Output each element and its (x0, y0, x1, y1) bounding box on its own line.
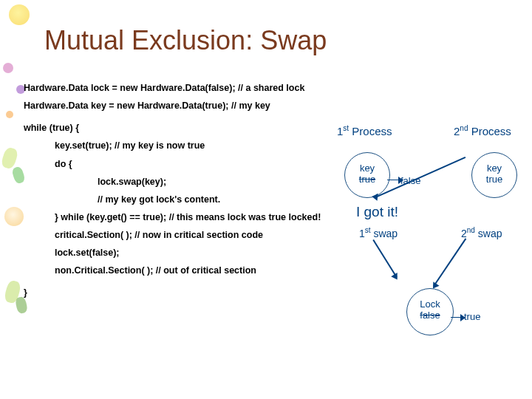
key-circle-2: key true (471, 152, 517, 198)
false-label: false (400, 175, 420, 186)
code-line: key.set(true); // my key is now true (24, 139, 327, 152)
code-line: while (true) { (24, 121, 327, 134)
lock-circle: Lock false (406, 288, 454, 335)
decor-leaf (3, 279, 21, 304)
decor-dot (6, 111, 13, 118)
code-line: do { (24, 157, 327, 171)
key-label: key (472, 163, 516, 174)
code-line: lock.swap(key); (24, 175, 327, 188)
code-line: // my key got lock's content. (24, 193, 327, 206)
true-label: true (464, 311, 480, 322)
key-circle-1: key true (344, 152, 390, 198)
code-line: } (24, 286, 327, 299)
code-line: Hardware.Data lock = new Hardware.Data(f… (24, 81, 327, 95)
decor-dot (3, 63, 13, 73)
swap-2-label: 2nd swap (461, 226, 502, 239)
lock-value-struck: false (407, 310, 453, 321)
decor-flower (9, 4, 30, 25)
code-line: critical.Section( ); // now in critical … (24, 228, 327, 242)
code-line: } while (key.get() == true); // this mea… (24, 211, 327, 224)
code-line: Hardware.Data key = new Hardware.Data(tr… (24, 99, 327, 112)
slide-title: Mutual Exclusion: Swap (44, 25, 327, 56)
code-line: non.Critical.Section( ); // out of criti… (24, 264, 327, 277)
decor-flower (4, 207, 24, 226)
process-1-label: 1st Process (337, 124, 392, 137)
arrow-icon (433, 238, 466, 287)
decor-leaf (0, 146, 19, 170)
swap-1-label: 1st swap (359, 226, 398, 239)
process-2-label: 2nd Process (454, 124, 511, 137)
arrow-icon (372, 239, 397, 278)
lock-label: Lock (407, 299, 453, 310)
swap-diagram: 1st Process 2nd Process key true false k… (331, 124, 523, 375)
key-value-struck: true (345, 174, 389, 185)
key-value: true (472, 174, 516, 185)
code-block: Hardware.Data lock = new Hardware.Data(f… (24, 81, 327, 300)
got-it-label: I got it! (356, 204, 398, 220)
key-label: key (345, 163, 389, 174)
code-line: lock.set(false); (24, 246, 327, 259)
